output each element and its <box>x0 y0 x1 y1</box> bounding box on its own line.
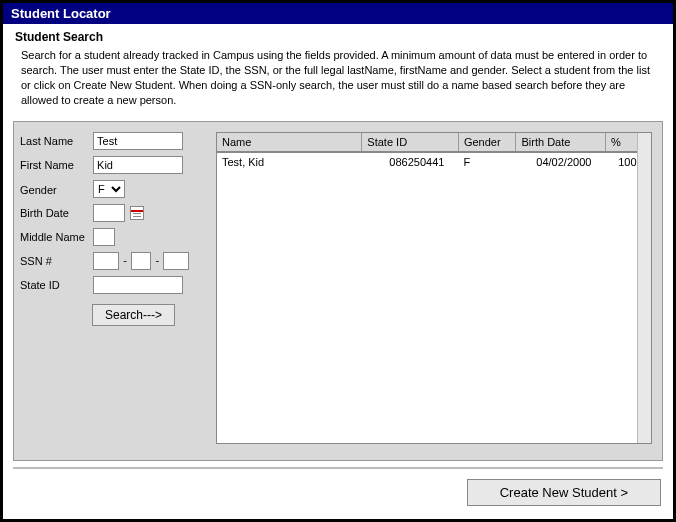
birth-date-label: Birth Date <box>20 207 90 219</box>
cell-birth-date: 04/02/2000 <box>516 152 605 171</box>
ssn-dash: - <box>154 254 160 266</box>
ssn-input-1[interactable] <box>93 252 119 270</box>
state-id-label: State ID <box>20 279 90 291</box>
gender-label: Gender <box>20 184 90 196</box>
first-name-label: First Name <box>20 159 90 171</box>
first-name-input[interactable] <box>93 156 183 174</box>
search-form: Last Name First Name Gender FM Birth Dat… <box>20 132 210 326</box>
cell-name: Test, Kid <box>217 152 362 171</box>
footer-bar: Create New Student > <box>13 467 663 506</box>
workspace: Last Name First Name Gender FM Birth Dat… <box>13 121 663 461</box>
instructions-text: Search for a student already tracked in … <box>3 46 673 113</box>
title-bar: Student Locator <box>3 3 673 24</box>
calendar-icon[interactable] <box>130 206 144 220</box>
cell-state-id: 086250441 <box>362 152 459 171</box>
ssn-label: SSN # <box>20 255 90 267</box>
state-id-input[interactable] <box>93 276 183 294</box>
middle-name-input[interactable] <box>93 228 115 246</box>
column-name[interactable]: Name <box>217 133 362 152</box>
table-row[interactable]: Test, Kid086250441F04/02/2000100 <box>217 152 651 171</box>
birth-date-input[interactable] <box>93 204 125 222</box>
last-name-label: Last Name <box>20 135 90 147</box>
column-gender[interactable]: Gender <box>458 133 516 152</box>
column-state-id[interactable]: State ID <box>362 133 459 152</box>
create-new-student-button[interactable]: Create New Student > <box>467 479 661 506</box>
column-birth-date[interactable]: Birth Date <box>516 133 605 152</box>
results-panel: Name State ID Gender Birth Date % Test, … <box>216 132 652 444</box>
ssn-dash: - <box>122 254 128 266</box>
search-button[interactable]: Search---> <box>92 304 175 326</box>
student-locator-window: Student Locator Student Search Search fo… <box>0 0 676 522</box>
cell-gender: F <box>458 152 516 171</box>
results-header-row: Name State ID Gender Birth Date % <box>217 133 651 152</box>
ssn-input-2[interactable] <box>131 252 151 270</box>
gender-select[interactable]: FM <box>93 180 125 198</box>
ssn-input-3[interactable] <box>163 252 189 270</box>
middle-name-label: Middle Name <box>20 231 90 243</box>
last-name-input[interactable] <box>93 132 183 150</box>
results-table: Name State ID Gender Birth Date % Test, … <box>217 133 651 171</box>
section-header: Student Search <box>3 24 673 46</box>
scrollbar[interactable] <box>637 133 651 443</box>
